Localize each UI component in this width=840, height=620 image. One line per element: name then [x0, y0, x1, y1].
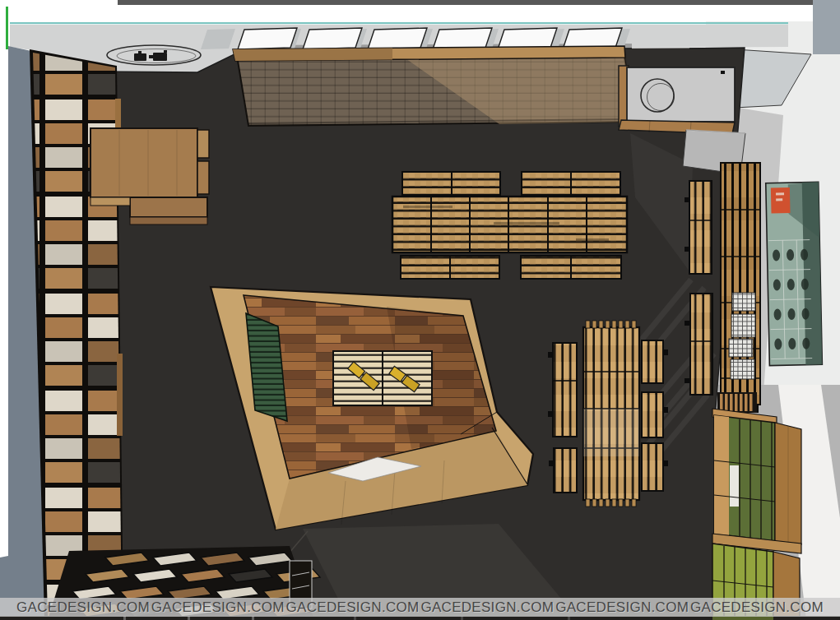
bench	[690, 294, 712, 395]
reading-table-east	[548, 321, 668, 507]
green-edge-line	[6, 7, 8, 49]
platform-day-bed	[333, 351, 432, 405]
mesh-basket	[732, 293, 755, 311]
interior-render: GACEDESIGN.COM GACEDESIGN.COM GACEDESIGN…	[0, 0, 840, 620]
watermark-text: GACEDESIGN.COM	[690, 599, 824, 616]
watermark-text: GACEDESIGN.COM	[420, 599, 554, 616]
mesh-basket	[731, 359, 754, 379]
wall-poster	[766, 182, 823, 365]
watermark-band: GACEDESIGN.COM GACEDESIGN.COM GACEDESIGN…	[0, 598, 840, 617]
render-canvas	[0, 0, 840, 620]
mesh-basket	[731, 314, 755, 337]
slatted-screen	[233, 46, 635, 126]
teal-trim-line	[10, 22, 788, 24]
watermark-text: GACEDESIGN.COM	[151, 599, 285, 616]
white-locker-door	[730, 465, 739, 507]
bench	[642, 340, 663, 383]
bench	[642, 443, 663, 491]
bench	[689, 181, 712, 274]
bench	[553, 343, 577, 437]
top-frame-bar	[118, 0, 813, 5]
mesh-basket	[729, 339, 753, 357]
wall-shelf-unit	[721, 163, 760, 413]
watermark-text: GACEDESIGN.COM	[286, 599, 420, 616]
green-locker-cabinet	[712, 392, 801, 620]
watermark-text: GACEDESIGN.COM	[16, 599, 150, 616]
watermark-text: GACEDESIGN.COM	[555, 599, 689, 616]
bench	[554, 448, 577, 493]
bench	[642, 392, 663, 437]
